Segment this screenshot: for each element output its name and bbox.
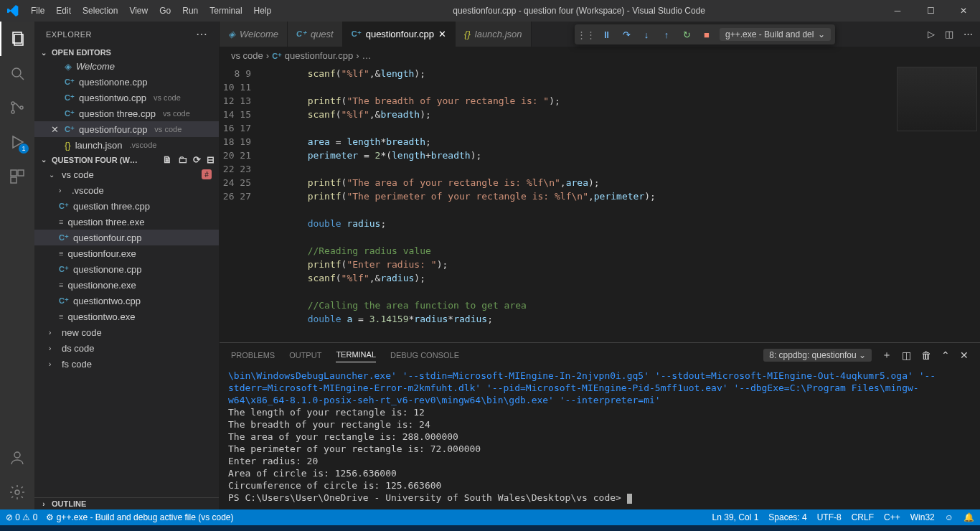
account-icon[interactable] bbox=[0, 441, 34, 475]
status-item[interactable]: UTF-8 bbox=[817, 512, 842, 522]
explorer-icon[interactable] bbox=[0, 22, 34, 56]
terminal-cursor bbox=[627, 494, 632, 504]
terminal-content[interactable]: \bin\WindowsDebugLauncher.exe' '--stdin=… bbox=[220, 367, 980, 509]
maximize-button[interactable]: ☐ bbox=[914, 0, 947, 22]
run-debug-icon[interactable]: 1 bbox=[0, 125, 34, 159]
panel-tab-output[interactable]: OUTPUT bbox=[289, 348, 321, 362]
cpp-file-icon: C⁺ bbox=[59, 202, 69, 211]
close-button[interactable]: ✕ bbox=[947, 0, 980, 22]
file-item[interactable]: ≡question three.exe bbox=[34, 214, 219, 230]
step-out-icon[interactable]: ↑ bbox=[659, 27, 674, 42]
folder-item[interactable]: ›ds code bbox=[34, 340, 219, 356]
split-terminal-icon[interactable]: ◫ bbox=[902, 347, 911, 364]
settings-gear-icon[interactable] bbox=[0, 475, 34, 509]
close-tab-icon[interactable]: ✕ bbox=[438, 29, 446, 39]
folder-item[interactable]: ›new code bbox=[34, 324, 219, 340]
file-item[interactable]: ≡questiontwo.exe bbox=[34, 309, 219, 324]
stop-icon[interactable]: ■ bbox=[699, 27, 714, 42]
source-control-icon[interactable] bbox=[0, 90, 34, 125]
refresh-icon[interactable]: ⟳ bbox=[193, 154, 201, 165]
menu-view[interactable]: View bbox=[123, 6, 154, 16]
panel-tab-terminal[interactable]: TERMINAL bbox=[336, 347, 376, 362]
status-item[interactable]: Win32 bbox=[910, 512, 935, 522]
file-name: questiontwo.cpp bbox=[73, 296, 141, 306]
file-name: question three.cpp bbox=[79, 108, 156, 119]
panel-tab-problems[interactable]: PROBLEMS bbox=[231, 348, 275, 362]
file-path-tag: .vscode bbox=[129, 141, 156, 149]
terminal-select[interactable]: 8: cppdbg: questionfou ⌄ bbox=[763, 349, 872, 362]
file-item[interactable]: C⁺question three.cpp bbox=[34, 198, 219, 214]
collapse-icon[interactable]: ⊟ bbox=[207, 154, 215, 165]
panel-tab-debug console[interactable]: DEBUG CONSOLE bbox=[390, 348, 459, 362]
close-icon[interactable]: ✕ bbox=[49, 124, 60, 135]
editor-tab[interactable]: C⁺questionfour.cpp✕ bbox=[343, 22, 456, 47]
editor-tab[interactable]: {}launch.json bbox=[456, 22, 531, 47]
editor-tab[interactable]: C⁺quest bbox=[288, 22, 343, 47]
open-editor-item[interactable]: {}launch.json.vscode bbox=[34, 137, 219, 153]
debug-toolbar[interactable]: ⋮⋮ ⏸ ↷ ↓ ↑ ↻ ■ g++.exe - Build and del⌄ bbox=[575, 24, 835, 44]
folder-item[interactable]: ›.vscode bbox=[34, 182, 219, 198]
maximize-panel-icon[interactable]: ⌃ bbox=[941, 347, 950, 364]
open-editor-item[interactable]: C⁺questionone.cpp bbox=[34, 74, 219, 90]
debug-target-select[interactable]: g++.exe - Build and del⌄ bbox=[720, 28, 831, 41]
pause-icon[interactable]: ⏸ bbox=[599, 27, 613, 42]
breadcrumb-item[interactable]: C⁺ questionfour.cpp bbox=[272, 50, 353, 61]
code-content[interactable]: scanf("%lf",&length); printf("The breadt… bbox=[263, 64, 894, 342]
file-item[interactable]: C⁺questiontwo.cpp bbox=[34, 293, 219, 309]
status-item[interactable]: ⊘ 0 ⚠ 0 bbox=[6, 512, 37, 522]
status-item[interactable]: CRLF bbox=[852, 512, 874, 522]
step-over-icon[interactable]: ↷ bbox=[619, 27, 633, 42]
more-icon[interactable]: ⋯ bbox=[196, 27, 208, 41]
close-panel-icon[interactable]: ✕ bbox=[960, 347, 969, 364]
window-title: questionfour.cpp - question four (Worksp… bbox=[277, 6, 881, 16]
new-folder-icon[interactable]: 🗀 bbox=[178, 154, 187, 165]
split-editor-icon[interactable]: ◫ bbox=[945, 29, 953, 39]
more-icon[interactable]: ⋯ bbox=[963, 29, 973, 39]
minimize-button[interactable]: ─ bbox=[881, 0, 914, 22]
status-item[interactable]: 🔔 bbox=[963, 512, 974, 522]
drag-handle-icon[interactable]: ⋮⋮ bbox=[579, 27, 593, 42]
status-item[interactable]: Ln 39, Col 1 bbox=[712, 512, 759, 522]
search-icon[interactable] bbox=[0, 56, 34, 90]
run-icon[interactable]: ▷ bbox=[928, 29, 935, 39]
file-item[interactable]: C⁺questionone.cpp bbox=[34, 261, 219, 277]
menu-terminal[interactable]: Terminal bbox=[204, 6, 248, 16]
menu-run[interactable]: Run bbox=[176, 6, 204, 16]
folder-item[interactable]: ⌄vs code# bbox=[34, 166, 219, 182]
folder-item[interactable]: ›fs code bbox=[34, 356, 219, 372]
new-terminal-icon[interactable]: ＋ bbox=[882, 346, 892, 365]
menu-help[interactable]: Help bbox=[248, 6, 278, 16]
chevron-icon: › bbox=[49, 360, 57, 368]
extensions-icon[interactable] bbox=[0, 159, 34, 194]
open-editors-header[interactable]: ⌄ OPEN EDITORS bbox=[34, 47, 219, 58]
open-editor-item[interactable]: ✕C⁺questionfour.cppvs code bbox=[34, 121, 219, 137]
file-item[interactable]: ≡questionfour.exe bbox=[34, 245, 219, 261]
status-item[interactable]: ☺ bbox=[945, 512, 953, 522]
menu-edit[interactable]: Edit bbox=[50, 6, 77, 16]
status-item[interactable]: ⚙ g++.exe - Build and debug active file … bbox=[46, 512, 233, 522]
vscode-icon: ◈ bbox=[228, 29, 235, 39]
file-item[interactable]: ≡questionone.exe bbox=[34, 277, 219, 293]
breadcrumb-item[interactable]: vs code bbox=[231, 50, 263, 61]
step-into-icon[interactable]: ↓ bbox=[639, 27, 654, 42]
menu-file[interactable]: File bbox=[25, 6, 50, 16]
minimap[interactable] bbox=[894, 64, 980, 342]
editor-tab[interactable]: ◈Welcome bbox=[220, 22, 288, 47]
new-file-icon[interactable]: 🗎 bbox=[163, 154, 172, 165]
outline-header[interactable]: › OUTLINE bbox=[34, 497, 219, 509]
menu-selection[interactable]: Selection bbox=[77, 6, 123, 16]
menu-go[interactable]: Go bbox=[154, 6, 176, 16]
open-editor-item[interactable]: ◈Welcome bbox=[34, 58, 219, 74]
breadcrumb[interactable]: vs code›C⁺ questionfour.cpp›… bbox=[220, 47, 980, 64]
workspace-header[interactable]: ⌄ QUESTION FOUR (W… 🗎 🗀 ⟳ ⊟ bbox=[34, 153, 219, 166]
restart-icon[interactable]: ↻ bbox=[679, 27, 694, 42]
kill-terminal-icon[interactable]: 🗑 bbox=[921, 347, 931, 364]
status-item[interactable]: C++ bbox=[884, 512, 900, 522]
status-item[interactable]: Spaces: 4 bbox=[768, 512, 806, 522]
file-item[interactable]: C⁺questionfour.cpp bbox=[34, 230, 219, 245]
open-editor-item[interactable]: C⁺questiontwo.cppvs code bbox=[34, 90, 219, 105]
breadcrumb-item[interactable]: … bbox=[362, 50, 371, 61]
chevron-down-icon: ⌄ bbox=[39, 156, 49, 164]
code-editor[interactable]: 8 9 10 11 12 13 14 15 16 17 18 19 20 21 … bbox=[220, 64, 980, 342]
open-editor-item[interactable]: C⁺question three.cppvs code bbox=[34, 105, 219, 121]
